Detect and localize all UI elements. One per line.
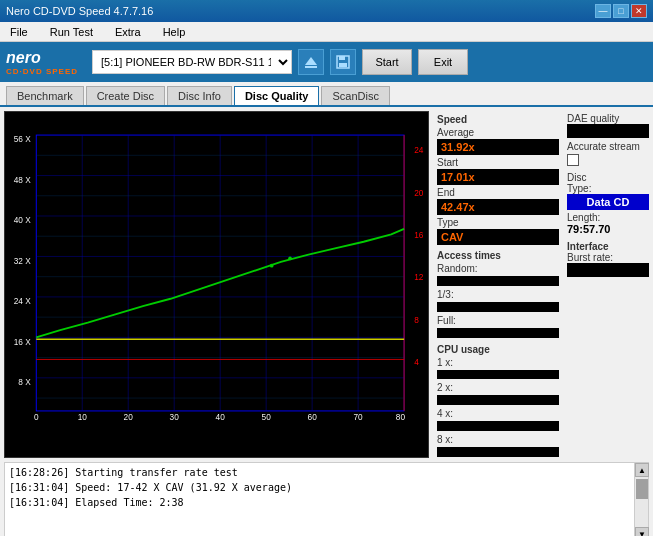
accurate-stream-checkbox[interactable]: [567, 154, 579, 166]
dae-quality-label: DAE quality: [567, 113, 649, 124]
end-value: 42.47x: [437, 199, 559, 215]
menu-file[interactable]: File: [4, 24, 34, 40]
tab-create-disc[interactable]: Create Disc: [86, 86, 165, 105]
speed-header: Speed: [437, 114, 559, 125]
log-scrollbar[interactable]: ▲ ▼: [634, 463, 648, 536]
disc-header: Disc: [567, 172, 649, 183]
svg-text:20: 20: [414, 189, 424, 198]
disc-section: Disc Type: Data CD Length: 79:57.70: [567, 172, 649, 235]
full-label: Full:: [437, 315, 559, 326]
tab-benchmark[interactable]: Benchmark: [6, 86, 84, 105]
save-icon[interactable]: [330, 49, 356, 75]
chart-area: 56 X 48 X 40 X 32 X 24 X 16 X 8 X 24 20 …: [4, 111, 429, 458]
accurate-stream-label: Accurate stream: [567, 141, 649, 152]
dae-quality-value: [567, 124, 649, 138]
logo: nero CD·DVD SPEED: [6, 49, 78, 76]
log-line-1: [16:28:26] Starting transfer rate test: [9, 465, 630, 480]
main-content: 56 X 48 X 40 X 32 X 24 X 16 X 8 X 24 20 …: [0, 107, 653, 462]
svg-text:16: 16: [414, 231, 424, 240]
svg-text:8: 8: [414, 316, 419, 325]
svg-rect-5: [5, 126, 428, 443]
menu-run-test[interactable]: Run Test: [44, 24, 99, 40]
svg-point-52: [288, 256, 292, 260]
2x-label: 2 x:: [437, 382, 559, 393]
svg-text:4: 4: [414, 358, 419, 367]
average-label: Average: [437, 127, 559, 138]
svg-rect-4: [339, 63, 347, 67]
title-bar: Nero CD-DVD Speed 4.7.7.16 — □ ✕: [0, 0, 653, 22]
svg-text:48 X: 48 X: [14, 176, 31, 185]
svg-text:40 X: 40 X: [14, 216, 31, 225]
tab-disc-quality[interactable]: Disc Quality: [234, 86, 320, 105]
scroll-up-button[interactable]: ▲: [635, 463, 649, 477]
right-panel: Speed Average 31.92x Start 17.01x End 42…: [433, 107, 563, 462]
svg-text:80: 80: [396, 413, 406, 422]
random-label: Random:: [437, 263, 559, 274]
scroll-track: [635, 477, 648, 527]
1x-value-box: [437, 370, 559, 380]
interface-section: Interface Burst rate:: [567, 241, 649, 277]
svg-text:16 X: 16 X: [14, 338, 31, 347]
svg-rect-3: [339, 56, 345, 60]
start-label: Start: [437, 157, 559, 168]
svg-text:8 X: 8 X: [18, 378, 31, 387]
disc-type-value: Data CD: [567, 194, 649, 210]
svg-text:20: 20: [124, 413, 134, 422]
far-right-panel: DAE quality Accurate stream Disc Type: D…: [563, 107, 653, 462]
cpu-usage-header: CPU usage: [437, 344, 559, 355]
drive-select[interactable]: [5:1] PIONEER BD-RW BDR-S11 1.01: [92, 50, 292, 74]
average-value: 31.92x: [437, 139, 559, 155]
logo-nero: nero: [6, 49, 41, 67]
app-title: Nero CD-DVD Speed 4.7.7.16: [6, 5, 153, 17]
tab-scan-disc[interactable]: ScanDisc: [321, 86, 389, 105]
burst-rate-label: Burst rate:: [567, 252, 649, 263]
4x-label: 4 x:: [437, 408, 559, 419]
start-button[interactable]: Start: [362, 49, 412, 75]
disc-type-label: Type:: [567, 183, 649, 194]
menu-help[interactable]: Help: [157, 24, 192, 40]
8x-value-box: [437, 447, 559, 457]
random-value-box: [437, 276, 559, 286]
svg-text:60: 60: [308, 413, 318, 422]
svg-text:70: 70: [354, 413, 364, 422]
tab-disc-info[interactable]: Disc Info: [167, 86, 232, 105]
svg-text:0: 0: [34, 413, 39, 422]
type-label: Type: [437, 217, 559, 228]
disc-length-label: Length:: [567, 212, 649, 223]
eject-icon[interactable]: [298, 49, 324, 75]
end-label: End: [437, 187, 559, 198]
svg-text:30: 30: [170, 413, 180, 422]
minimize-button[interactable]: —: [595, 4, 611, 18]
accurate-stream-section: Accurate stream: [567, 141, 649, 166]
access-times-header: Access times: [437, 250, 559, 261]
menu-extra[interactable]: Extra: [109, 24, 147, 40]
2x-value-box: [437, 395, 559, 405]
svg-text:10: 10: [78, 413, 88, 422]
svg-marker-0: [305, 57, 317, 65]
log-line-2: [16:31:04] Speed: 17-42 X CAV (31.92 X a…: [9, 480, 630, 495]
4x-value-box: [437, 421, 559, 431]
full-value-box: [437, 328, 559, 338]
scroll-down-button[interactable]: ▼: [635, 527, 649, 536]
disc-length-value: 79:57.70: [567, 223, 649, 235]
scroll-thumb[interactable]: [636, 479, 648, 499]
svg-text:56 X: 56 X: [14, 135, 31, 144]
svg-text:24 X: 24 X: [14, 297, 31, 306]
speed-average: Average 31.92x: [437, 127, 559, 155]
8x-label: 8 x:: [437, 434, 559, 445]
svg-rect-1: [305, 66, 317, 68]
exit-button[interactable]: Exit: [418, 49, 468, 75]
log-line-3: [16:31:04] Elapsed Time: 2:38: [9, 495, 630, 510]
one-third-label: 1/3:: [437, 289, 559, 300]
tab-bar: Benchmark Create Disc Disc Info Disc Qua…: [0, 82, 653, 107]
maximize-button[interactable]: □: [613, 4, 629, 18]
svg-text:50: 50: [262, 413, 272, 422]
start-value: 17.01x: [437, 169, 559, 185]
svg-text:12: 12: [414, 273, 424, 282]
close-button[interactable]: ✕: [631, 4, 647, 18]
log-area: [16:28:26] Starting transfer rate test […: [4, 462, 649, 536]
interface-header: Interface: [567, 241, 649, 252]
toolbar: nero CD·DVD SPEED [5:1] PIONEER BD-RW BD…: [0, 42, 653, 82]
svg-text:24: 24: [414, 146, 424, 155]
svg-text:32 X: 32 X: [14, 257, 31, 266]
